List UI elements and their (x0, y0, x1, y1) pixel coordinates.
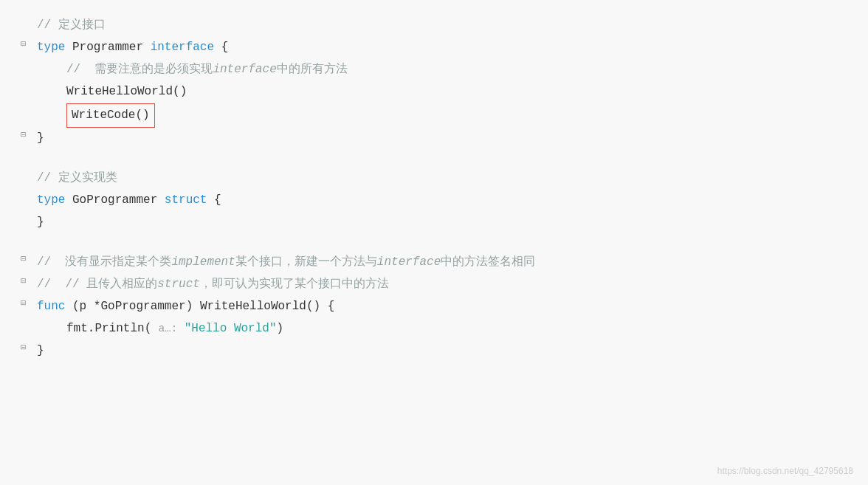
func-keyword: func (37, 296, 65, 317)
close-brace-3: } (37, 340, 44, 362)
interface-keyword: interface (151, 37, 214, 58)
write-code-highlighted: WriteCode() (66, 103, 155, 128)
receiver-param: p (80, 296, 87, 317)
comment-struct-italic: struct (157, 274, 200, 295)
receiver-open: ( (65, 296, 79, 317)
open-brace-2: { (207, 190, 221, 211)
println-open: ( (145, 318, 152, 340)
struct-keyword: struct (165, 190, 207, 211)
comment-line-4: ⊟ // 没有显示指定某个类 implement 某个接口，新建一个方法与 in… (37, 252, 838, 274)
fold-icon-6[interactable]: ⊟ (21, 340, 26, 357)
type-keyword: type (37, 37, 65, 58)
type-interface-line: ⊟ type Programmer interface { (37, 37, 838, 59)
comment-line-5: ⊟ // // 且传入相应的 struct ，即可认为实现了某个接口中的方法 (37, 274, 838, 296)
comment-implement-italic: implement (171, 252, 235, 273)
fold-icon-2[interactable]: ⊟ (21, 128, 26, 144)
func-method-name: WriteHelloWorld (200, 296, 306, 317)
fmt-println-line: fmt .Println ( a…: "Hello World" ) (37, 318, 838, 340)
comment-text-4-zh: 没有显示指定某个类 (65, 252, 171, 273)
code-block: // 定义接口 ⊟ type Programmer interface { //… (37, 15, 838, 362)
comment-line-2: // 需要注意的是必须实现 interface 中的所有方法 (37, 59, 838, 81)
comment-interface-italic-2: interface (377, 252, 441, 273)
watermark: https://blog.csdn.net/qq_42795618 (717, 466, 853, 476)
receiver-close: ) (186, 296, 193, 317)
programmer-name: Programmer (72, 37, 143, 58)
comment-text-2-rest: 中的所有方法 (277, 59, 348, 80)
receiver-type: GoProgrammer (100, 296, 185, 317)
fold-icon-4[interactable]: ⊟ (21, 274, 26, 290)
open-brace-1: { (214, 37, 228, 58)
fold-icon-3[interactable]: ⊟ (21, 252, 26, 268)
goprogrammer-name: GoProgrammer (72, 190, 157, 211)
println-method: .Println (88, 318, 145, 340)
func-params: () (306, 296, 320, 317)
method2-line: WriteCode() (37, 103, 838, 128)
comment-text-4-mid: 某个接口，新建一个方法与 (235, 252, 377, 273)
comment-text-1: // 定义接口 (37, 15, 106, 36)
comment-interface-italic: interface (213, 59, 276, 80)
comment-line-3: // 定义实现类 (37, 168, 838, 190)
type-keyword-2: type (37, 190, 65, 211)
param-hint: a…: (159, 320, 177, 338)
comment-text-5-prefix: // (37, 274, 65, 295)
comment-text-3: // 定义实现类 (37, 168, 117, 189)
fold-icon-1[interactable]: ⊟ (21, 37, 26, 53)
closing-brace-3: ⊟ } (37, 340, 838, 362)
closing-brace-2: } (37, 212, 838, 234)
comment-text-5-part2: ，即可认为实现了某个接口中的方法 (200, 274, 389, 295)
closing-brace-1: ⊟ } (37, 128, 838, 150)
func-open-brace: { (320, 296, 334, 317)
comment-text-2-prefix: // (66, 59, 94, 80)
method1-line: WriteHelloWorld() (37, 81, 838, 103)
comment-line-1: // 定义接口 (37, 15, 838, 37)
code-viewer: // 定义接口 ⊟ type Programmer interface { //… (0, 0, 868, 485)
write-code-method: WriteCode() (72, 109, 150, 122)
fmt-pkg: fmt (66, 318, 88, 340)
pointer-star: * (94, 296, 101, 317)
comment-text-4-prefix: // (37, 252, 65, 273)
func-line: ⊟ func ( p * GoProgrammer ) WriteHelloWo… (37, 296, 838, 318)
comment-text-2-zh: 需要注意的是必须实现 (94, 59, 213, 80)
comment-text-4-rest: 中的方法签名相同 (441, 252, 535, 273)
write-hello-world-method: WriteHelloWorld() (66, 81, 187, 103)
println-close: ) (277, 318, 284, 340)
fold-icon-5[interactable]: ⊟ (21, 296, 26, 312)
comment-text-5-part1: // 且传入相应的 (65, 274, 157, 295)
close-brace-1: } (37, 128, 44, 149)
hello-world-string: "Hello World" (185, 318, 277, 340)
close-brace-2: } (37, 212, 44, 233)
type-struct-line: type GoProgrammer struct { (37, 190, 838, 212)
